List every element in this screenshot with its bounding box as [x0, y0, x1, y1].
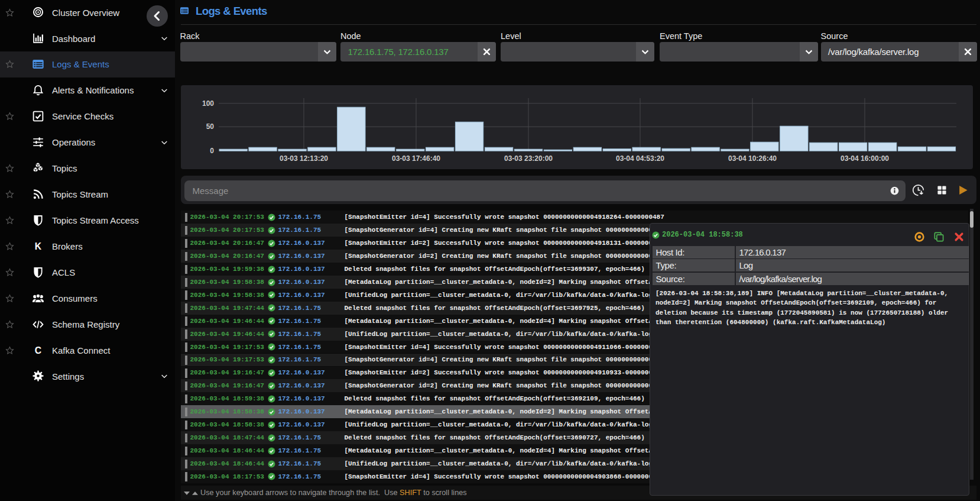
svg-text:03-04 16:00:00: 03-04 16:00:00: [841, 154, 889, 163]
svg-text:100: 100: [202, 99, 214, 107]
svg-text:03-04 10:26:40: 03-04 10:26:40: [728, 154, 777, 163]
svg-text:C: C: [35, 345, 41, 355]
svg-text:03-03 12:13:20: 03-03 12:13:20: [280, 154, 328, 163]
svg-text:50: 50: [206, 122, 215, 131]
svg-text:03-04 04:53:20: 03-04 04:53:20: [616, 154, 664, 163]
svg-text:K: K: [35, 241, 42, 251]
svg-text:03-03 17:46:40: 03-03 17:46:40: [392, 154, 440, 163]
svg-text:03-03 23:20:00: 03-03 23:20:00: [504, 154, 553, 163]
svg-text:0: 0: [210, 147, 214, 155]
